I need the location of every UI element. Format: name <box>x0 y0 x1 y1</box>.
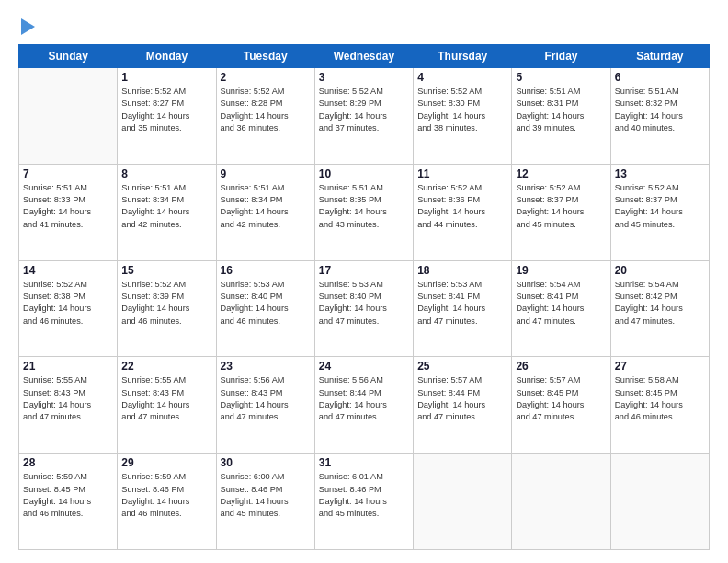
cell-info-line: Sunrise: 5:52 AM <box>516 182 606 194</box>
cell-info-line: and 47 minutes. <box>221 411 311 423</box>
cell-info-line: and 47 minutes. <box>319 316 409 327</box>
cell-info-line: Sunrise: 5:53 AM <box>319 279 409 291</box>
calendar-cell: 7Sunrise: 5:51 AMSunset: 8:33 PMDaylight… <box>19 164 118 260</box>
logo-arrow-icon <box>21 18 35 35</box>
cell-info-line: Sunset: 8:44 PM <box>417 387 507 399</box>
cell-info-line: Sunrise: 5:52 AM <box>121 86 211 98</box>
cell-info-line: Daylight: 14 hours <box>319 303 409 315</box>
cell-info-line: Sunrise: 5:52 AM <box>615 182 705 194</box>
cell-info-line: and 45 minutes. <box>319 508 409 520</box>
logo <box>18 17 35 35</box>
day-number: 14 <box>23 264 113 277</box>
calendar-cell: 28Sunrise: 5:59 AMSunset: 8:45 PMDayligh… <box>19 454 118 550</box>
day-number: 18 <box>417 264 507 277</box>
cell-info-line: Sunset: 8:38 PM <box>23 291 113 303</box>
cell-info-line: Daylight: 14 hours <box>23 399 113 411</box>
day-number: 10 <box>319 167 409 180</box>
cell-info-line: and 47 minutes. <box>516 316 606 327</box>
day-number: 15 <box>121 264 211 277</box>
cell-info-line: Sunrise: 5:58 AM <box>615 374 705 386</box>
day-number: 24 <box>319 360 409 373</box>
cell-info-line: Sunset: 8:46 PM <box>319 484 409 496</box>
cell-info-line: and 47 minutes. <box>417 411 507 423</box>
cell-info-line: Sunset: 8:36 PM <box>417 194 507 206</box>
cell-info-line: Sunset: 8:45 PM <box>615 387 705 399</box>
calendar-cell: 10Sunrise: 5:51 AMSunset: 8:35 PMDayligh… <box>314 164 413 260</box>
day-number: 16 <box>221 264 311 277</box>
cell-info-line: and 47 minutes. <box>417 316 507 327</box>
cell-info-line: Daylight: 14 hours <box>23 496 113 508</box>
weekday-header: Sunday <box>19 45 118 68</box>
cell-info-line: and 45 minutes. <box>615 219 705 231</box>
cell-info-line: Sunset: 8:39 PM <box>121 291 211 303</box>
calendar-cell: 25Sunrise: 5:57 AMSunset: 8:44 PMDayligh… <box>414 357 512 454</box>
cell-info-line: and 47 minutes. <box>615 316 705 327</box>
cell-info-line: Sunrise: 5:53 AM <box>417 279 507 291</box>
cell-info-line: Sunrise: 5:52 AM <box>417 182 507 194</box>
cell-info-line: Sunrise: 5:57 AM <box>417 374 507 386</box>
calendar-cell: 29Sunrise: 5:59 AMSunset: 8:46 PMDayligh… <box>118 454 216 550</box>
cell-info-line: and 46 minutes. <box>615 411 705 423</box>
cell-info-line: Sunset: 8:46 PM <box>121 484 211 496</box>
cell-info-line: Sunrise: 5:51 AM <box>221 182 311 194</box>
cell-info-line: Sunrise: 6:01 AM <box>319 471 409 483</box>
cell-info-line: and 43 minutes. <box>319 219 409 231</box>
cell-info-line: Sunset: 8:42 PM <box>615 291 705 303</box>
cell-info-line: and 47 minutes. <box>121 411 211 423</box>
cell-info-line: Sunset: 8:46 PM <box>221 484 311 496</box>
cell-info-line: Sunrise: 5:56 AM <box>319 374 409 386</box>
weekday-header: Wednesday <box>314 45 413 68</box>
weekday-header: Tuesday <box>216 45 314 68</box>
cell-info-line: Sunset: 8:43 PM <box>221 387 311 399</box>
calendar-cell: 30Sunrise: 6:00 AMSunset: 8:46 PMDayligh… <box>216 454 314 550</box>
cell-info-line: Daylight: 14 hours <box>121 303 211 315</box>
cell-info-line: Sunrise: 5:57 AM <box>516 374 606 386</box>
cell-info-line: Sunset: 8:45 PM <box>516 387 606 399</box>
cell-info-line: and 47 minutes. <box>516 411 606 423</box>
cell-info-line: Daylight: 14 hours <box>417 399 507 411</box>
cell-info-line: Sunrise: 5:51 AM <box>319 182 409 194</box>
calendar-cell: 17Sunrise: 5:53 AMSunset: 8:40 PMDayligh… <box>314 260 413 357</box>
calendar-cell: 26Sunrise: 5:57 AMSunset: 8:45 PMDayligh… <box>512 357 610 454</box>
calendar-cell: 19Sunrise: 5:54 AMSunset: 8:41 PMDayligh… <box>512 260 610 357</box>
cell-info-line: Daylight: 14 hours <box>417 206 507 218</box>
cell-info-line: and 46 minutes. <box>121 316 211 327</box>
calendar-cell: 31Sunrise: 6:01 AMSunset: 8:46 PMDayligh… <box>314 454 413 550</box>
day-number: 5 <box>516 71 606 84</box>
calendar-cell: 9Sunrise: 5:51 AMSunset: 8:34 PMDaylight… <box>216 164 314 260</box>
weekday-header: Monday <box>118 45 216 68</box>
calendar-cell: 24Sunrise: 5:56 AMSunset: 8:44 PMDayligh… <box>314 357 413 454</box>
cell-info-line: Sunrise: 5:53 AM <box>221 279 311 291</box>
cell-info-line: Sunset: 8:34 PM <box>221 194 311 206</box>
cell-info-line: Daylight: 14 hours <box>221 496 311 508</box>
calendar-cell: 14Sunrise: 5:52 AMSunset: 8:38 PMDayligh… <box>19 260 118 357</box>
cell-info-line: and 40 minutes. <box>615 122 705 134</box>
calendar-cell: 3Sunrise: 5:52 AMSunset: 8:29 PMDaylight… <box>314 68 413 165</box>
cell-info-line: and 46 minutes. <box>121 508 211 520</box>
cell-info-line: and 46 minutes. <box>23 508 113 520</box>
weekday-header: Thursday <box>414 45 512 68</box>
calendar-cell: 27Sunrise: 5:58 AMSunset: 8:45 PMDayligh… <box>610 357 709 454</box>
cell-info-line: Sunset: 8:33 PM <box>23 194 113 206</box>
calendar-week-row: 21Sunrise: 5:55 AMSunset: 8:43 PMDayligh… <box>19 357 710 454</box>
cell-info-line: and 36 minutes. <box>221 122 311 134</box>
day-number: 21 <box>23 360 113 373</box>
calendar-week-row: 28Sunrise: 5:59 AMSunset: 8:45 PMDayligh… <box>19 454 710 550</box>
cell-info-line: Sunset: 8:41 PM <box>516 291 606 303</box>
header <box>18 17 710 35</box>
cell-info-line: Daylight: 14 hours <box>221 110 311 122</box>
cell-info-line: Sunset: 8:37 PM <box>516 194 606 206</box>
calendar-cell: 16Sunrise: 5:53 AMSunset: 8:40 PMDayligh… <box>216 260 314 357</box>
cell-info-line: Daylight: 14 hours <box>319 496 409 508</box>
cell-info-line: Daylight: 14 hours <box>23 206 113 218</box>
cell-info-line: Daylight: 14 hours <box>221 206 311 218</box>
cell-info-line: and 38 minutes. <box>417 122 507 134</box>
cell-info-line: and 37 minutes. <box>319 122 409 134</box>
cell-info-line: Daylight: 14 hours <box>417 303 507 315</box>
cell-info-line: Sunrise: 5:59 AM <box>23 471 113 483</box>
calendar-cell <box>512 454 610 550</box>
day-number: 3 <box>319 71 409 84</box>
cell-info-line: and 47 minutes. <box>319 411 409 423</box>
day-number: 27 <box>615 360 705 373</box>
calendar-week-row: 7Sunrise: 5:51 AMSunset: 8:33 PMDaylight… <box>19 164 710 260</box>
